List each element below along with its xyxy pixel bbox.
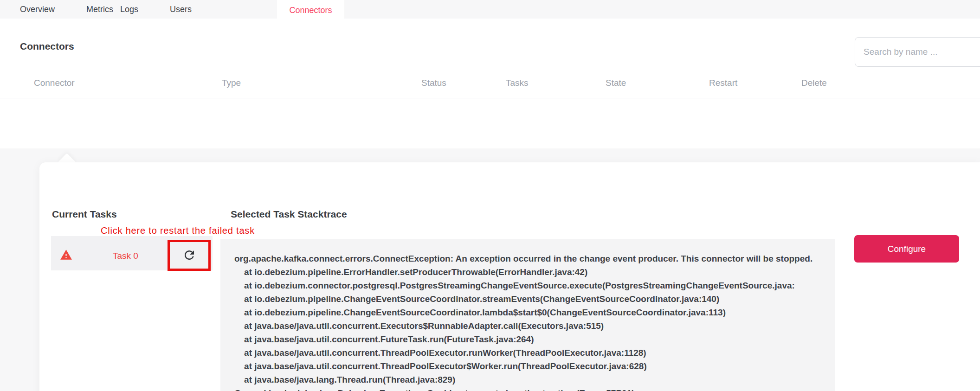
column-header-delete: Delete [801, 78, 827, 88]
stacktrace-line: at io.debezium.pipeline.ChangeEventSourc… [234, 292, 835, 306]
stacktrace-line: at java.base/java.lang.Thread.run(Thread… [234, 373, 835, 386]
table-header-row: ConnectorTypeStatusTasksStateRestartDele… [0, 70, 980, 98]
stacktrace-line: at io.debezium.pipeline.ErrorHandler.set… [234, 265, 835, 279]
tab-users[interactable]: Users [170, 0, 192, 19]
restart-task-button[interactable] [182, 248, 196, 262]
stacktrace-panel: org.apache.kafka.connect.errors.ConnectE… [220, 239, 835, 391]
top-tab-bar: OverviewMetricsLogsUsersConnectors [0, 0, 980, 19]
connect-ui-page: OverviewMetricsLogsUsersConnectors Conne… [0, 0, 980, 391]
stacktrace-line: at java.base/java.util.concurrent.Execut… [234, 319, 835, 333]
column-header-restart: Restart [709, 78, 737, 88]
column-header-connector: Connector [34, 78, 75, 88]
column-header-tasks: Tasks [506, 78, 529, 88]
current-tasks-title: Current Tasks [52, 209, 117, 220]
connector-row[interactable]: test-debezium Debezium - PostgreSQL Vers… [0, 98, 980, 148]
task-warning-icon [60, 249, 72, 261]
configure-button[interactable]: Configure [854, 235, 959, 263]
page-title: Connectors [20, 41, 74, 52]
stacktrace-line: at java.base/java.util.concurrent.Future… [234, 333, 835, 346]
annotation-restart-hint: Click here to restart the failed task [101, 225, 255, 236]
tab-metrics[interactable]: Metrics [86, 0, 113, 19]
stacktrace-line: org.apache.kafka.connect.errors.ConnectE… [234, 252, 835, 265]
stacktrace-line: at io.debezium.pipeline.ChangeEventSourc… [234, 306, 835, 319]
column-header-state: State [606, 78, 626, 88]
stacktrace-line: at java.base/java.util.concurrent.Thread… [234, 346, 835, 359]
stacktrace-line: at java.base/java.util.concurrent.Thread… [234, 359, 835, 373]
tab-overview[interactable]: Overview [20, 0, 55, 19]
task-label: Task 0 [113, 251, 138, 261]
search-input[interactable] [855, 37, 980, 67]
stacktrace-line: Caused by: io.debezium.DebeziumException… [234, 386, 835, 391]
stacktrace-title: Selected Task Stacktrace [231, 209, 347, 220]
column-header-type: Type [222, 78, 241, 88]
column-header-status: Status [421, 78, 446, 88]
tab-logs[interactable]: Logs [120, 0, 138, 19]
tab-connectors[interactable]: Connectors [277, 0, 344, 22]
stacktrace-line: at io.debezium.connector.postgresql.Post… [234, 279, 835, 292]
